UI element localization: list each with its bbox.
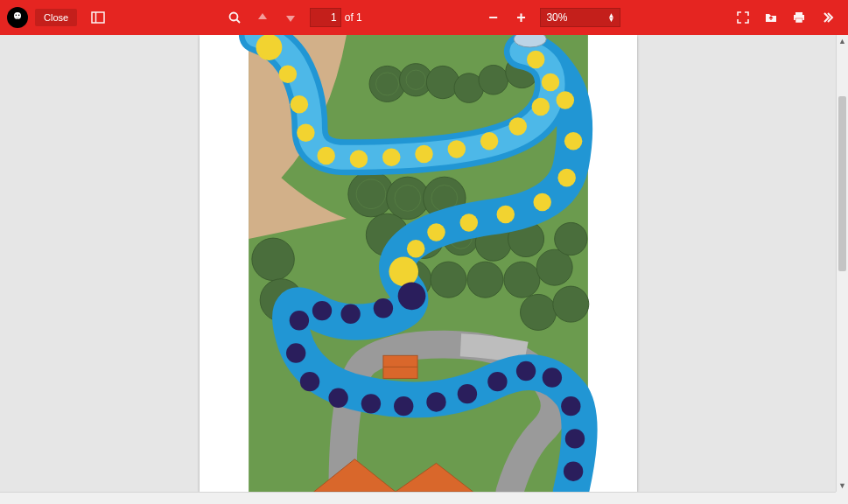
svg-point-35 <box>552 286 588 322</box>
scroll-up-icon[interactable]: ▲ <box>837 35 848 47</box>
svg-point-60 <box>496 206 515 224</box>
more-tools-icon[interactable] <box>813 4 841 32</box>
scroll-down-icon[interactable]: ▼ <box>837 480 848 492</box>
svg-point-49 <box>415 145 433 164</box>
svg-point-68 <box>312 301 331 320</box>
svg-point-43 <box>278 65 297 83</box>
chevron-updown-icon: ▲▼ <box>607 13 614 22</box>
svg-point-31 <box>554 222 586 255</box>
svg-point-46 <box>317 147 335 165</box>
svg-point-14 <box>426 66 459 98</box>
pdf-toolbar: Close of 1 − + 30% ▲▼ <box>0 0 848 35</box>
page-artwork <box>236 35 600 492</box>
svg-point-67 <box>340 304 360 324</box>
scroll-corner <box>836 492 848 504</box>
svg-point-77 <box>487 372 507 391</box>
svg-rect-10 <box>795 18 802 23</box>
svg-point-65 <box>397 282 425 310</box>
svg-point-50 <box>447 140 466 158</box>
svg-point-27 <box>430 262 466 298</box>
svg-point-6 <box>229 13 237 21</box>
monkey-logo-icon <box>7 7 28 28</box>
svg-point-16 <box>478 65 508 94</box>
scroll-thumb[interactable] <box>838 96 846 271</box>
svg-point-78 <box>515 361 535 381</box>
svg-point-32 <box>251 238 293 280</box>
svg-point-47 <box>349 150 368 168</box>
search-icon[interactable] <box>221 4 249 32</box>
svg-point-70 <box>285 343 305 362</box>
svg-point-72 <box>328 388 347 408</box>
svg-point-42 <box>256 35 282 60</box>
svg-point-71 <box>299 372 319 391</box>
svg-point-82 <box>563 462 582 481</box>
svg-point-52 <box>508 117 527 136</box>
svg-point-48 <box>382 149 400 167</box>
sidebar-toggle-icon[interactable] <box>84 4 112 32</box>
svg-point-66 <box>373 298 392 318</box>
svg-point-55 <box>526 51 544 69</box>
svg-rect-8 <box>795 12 802 15</box>
svg-point-53 <box>531 98 550 116</box>
prev-page-icon[interactable] <box>249 4 277 32</box>
svg-point-80 <box>561 396 580 416</box>
svg-point-69 <box>289 311 308 330</box>
svg-point-57 <box>564 132 582 150</box>
svg-rect-4 <box>92 12 104 23</box>
svg-point-45 <box>297 124 315 143</box>
svg-point-64 <box>389 257 418 287</box>
svg-point-61 <box>459 214 478 232</box>
svg-point-56 <box>556 91 574 109</box>
zoom-select[interactable]: 30% ▲▼ <box>540 8 620 27</box>
svg-point-81 <box>564 429 584 448</box>
svg-point-29 <box>503 262 539 298</box>
zoom-in-icon[interactable]: + <box>507 4 535 32</box>
next-page-icon[interactable] <box>277 4 305 32</box>
svg-point-51 <box>480 132 498 150</box>
print-icon[interactable] <box>785 4 813 32</box>
close-button[interactable]: Close <box>35 9 77 26</box>
open-file-icon[interactable] <box>757 4 785 32</box>
svg-point-44 <box>290 95 308 114</box>
svg-point-76 <box>457 384 476 403</box>
page-count-label: of 1 <box>345 11 362 24</box>
zoom-out-icon[interactable]: − <box>479 4 507 32</box>
svg-line-7 <box>236 20 240 24</box>
horizontal-scrollbar[interactable] <box>0 492 836 504</box>
svg-point-59 <box>533 193 551 212</box>
svg-point-79 <box>542 368 561 387</box>
svg-point-58 <box>557 169 576 187</box>
svg-point-1 <box>16 15 18 17</box>
svg-point-34 <box>520 294 556 330</box>
zoom-value: 30% <box>546 11 567 24</box>
svg-point-54 <box>541 74 559 92</box>
svg-point-28 <box>466 262 502 298</box>
svg-point-63 <box>406 240 424 258</box>
page-number-input[interactable] <box>310 8 341 27</box>
svg-point-75 <box>426 392 445 411</box>
svg-point-73 <box>361 394 380 413</box>
svg-point-2 <box>18 15 20 17</box>
svg-point-19 <box>386 177 428 219</box>
svg-point-62 <box>427 223 445 242</box>
pdf-page <box>200 35 637 492</box>
vertical-scrollbar[interactable]: ▲ ▼ <box>836 35 848 492</box>
document-viewport <box>0 35 836 492</box>
fullscreen-icon[interactable] <box>729 4 757 32</box>
svg-point-74 <box>394 396 413 416</box>
